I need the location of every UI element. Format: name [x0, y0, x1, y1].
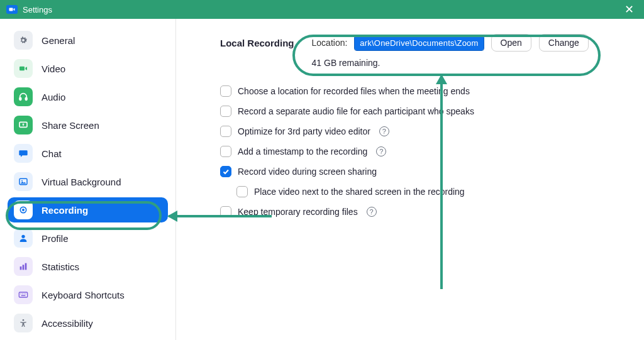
- sidebar-item-virtual-background[interactable]: Virtual Background: [8, 169, 168, 194]
- sidebar-item-share-screen[interactable]: Share Screen: [8, 112, 168, 138]
- sidebar-item-keyboard-shortcuts[interactable]: Keyboard Shortcuts: [8, 282, 168, 307]
- svg-point-16: [24, 293, 25, 294]
- sidebar-item-label: Accessibility: [42, 318, 93, 329]
- svg-rect-13: [19, 292, 27, 297]
- sidebar-item-accessibility[interactable]: Accessibility: [8, 310, 168, 336]
- sidebar-item-statistics[interactable]: Statistics: [8, 254, 168, 279]
- opt-choose-location[interactable]: Choose a location for recorded files whe…: [220, 85, 619, 97]
- svg-rect-3: [25, 97, 27, 100]
- svg-rect-12: [25, 263, 27, 270]
- checkbox[interactable]: [220, 106, 231, 117]
- record-icon: [14, 200, 33, 219]
- opt-place-video-shared[interactable]: Place video next to the shared screen in…: [236, 186, 619, 197]
- option-label: Keep temporary recording files: [238, 207, 358, 217]
- main-panel: Local Recording Location: ark\OneDrive\D…: [176, 19, 644, 340]
- close-button[interactable]: ✕: [620, 4, 638, 15]
- sidebar-item-recording[interactable]: Recording: [8, 197, 168, 222]
- option-label: Optimize for 3rd party video editor: [238, 126, 370, 136]
- sidebar-item-general[interactable]: General: [8, 28, 168, 53]
- location-label: Location:: [312, 38, 348, 48]
- sidebar: General Video Audio Share Screen Chat: [0, 19, 176, 340]
- chat-icon: [14, 144, 33, 163]
- sidebar-item-label: Share Screen: [42, 120, 99, 131]
- svg-point-17: [25, 293, 26, 294]
- help-icon[interactable]: ?: [379, 126, 389, 136]
- opt-timestamp[interactable]: Add a timestamp to the recording ?: [220, 146, 619, 157]
- recording-options: Choose a location for recorded files whe…: [220, 85, 619, 217]
- checkbox[interactable]: [220, 126, 231, 137]
- option-label: Record video during screen sharing: [238, 167, 377, 177]
- window-title: Settings: [23, 5, 52, 14]
- sidebar-item-label: Video: [42, 63, 65, 74]
- headphones-icon: [14, 87, 33, 106]
- sidebar-item-audio[interactable]: Audio: [8, 84, 168, 109]
- checkbox[interactable]: [220, 146, 231, 157]
- sidebar-item-label: General: [42, 35, 75, 46]
- svg-rect-18: [21, 295, 26, 296]
- app-icon: [6, 5, 18, 14]
- checkbox[interactable]: [220, 206, 231, 217]
- sidebar-item-chat[interactable]: Chat: [8, 141, 168, 166]
- opt-separate-audio[interactable]: Record a separate audio file for each pa…: [220, 106, 619, 117]
- sidebar-item-label: Recording: [42, 205, 88, 216]
- sidebar-item-label: Chat: [42, 148, 62, 159]
- sidebar-item-profile[interactable]: Profile: [8, 226, 168, 251]
- checkbox-checked[interactable]: [220, 166, 231, 177]
- svg-point-9: [21, 235, 25, 238]
- change-button[interactable]: Change: [539, 34, 589, 52]
- help-icon[interactable]: ?: [376, 146, 386, 156]
- option-label: Record a separate audio file for each pa…: [238, 106, 474, 116]
- sidebar-item-label: Audio: [42, 92, 65, 102]
- svg-rect-10: [20, 266, 22, 270]
- checkbox[interactable]: [220, 85, 231, 97]
- opt-record-video-screenshare[interactable]: Record video during screen sharing: [220, 166, 619, 177]
- open-button[interactable]: Open: [491, 34, 531, 52]
- svg-point-15: [22, 293, 23, 294]
- svg-point-6: [21, 180, 23, 182]
- svg-point-19: [23, 319, 25, 321]
- statistics-icon: [14, 257, 33, 276]
- svg-rect-0: [9, 8, 13, 11]
- sidebar-item-label: Keyboard Shortcuts: [42, 290, 125, 300]
- sidebar-item-label: Virtual Background: [42, 177, 121, 187]
- section-title: Local Recording: [220, 34, 294, 48]
- opt-keep-temp-files[interactable]: Keep temporary recording files ?: [220, 206, 619, 217]
- opt-optimize-3rdparty[interactable]: Optimize for 3rd party video editor ?: [220, 126, 619, 137]
- option-label: Place video next to the shared screen in…: [254, 187, 465, 197]
- profile-icon: [14, 229, 33, 248]
- virtual-background-icon: [14, 172, 33, 191]
- svg-point-14: [20, 293, 21, 294]
- option-label: Choose a location for recorded files whe…: [238, 86, 470, 96]
- svg-rect-1: [19, 67, 25, 71]
- video-icon: [14, 59, 33, 78]
- sidebar-item-label: Statistics: [42, 261, 79, 272]
- svg-rect-11: [23, 265, 25, 270]
- svg-point-8: [22, 209, 25, 211]
- option-label: Add a timestamp to the recording: [238, 146, 367, 156]
- remaining-space-text: 41 GB remaining.: [312, 58, 589, 68]
- keyboard-icon: [14, 285, 33, 304]
- checkbox[interactable]: [236, 186, 248, 197]
- accessibility-icon: [14, 314, 33, 332]
- sidebar-item-label: Profile: [42, 233, 69, 244]
- location-path[interactable]: ark\OneDrive\Documents\Zoom: [355, 36, 483, 50]
- sidebar-item-video[interactable]: Video: [8, 56, 168, 81]
- share-screen-icon: [14, 116, 33, 134]
- svg-rect-2: [19, 97, 21, 100]
- help-icon[interactable]: ?: [367, 207, 377, 217]
- titlebar: Settings ✕: [0, 0, 644, 19]
- gear-icon: [14, 31, 33, 50]
